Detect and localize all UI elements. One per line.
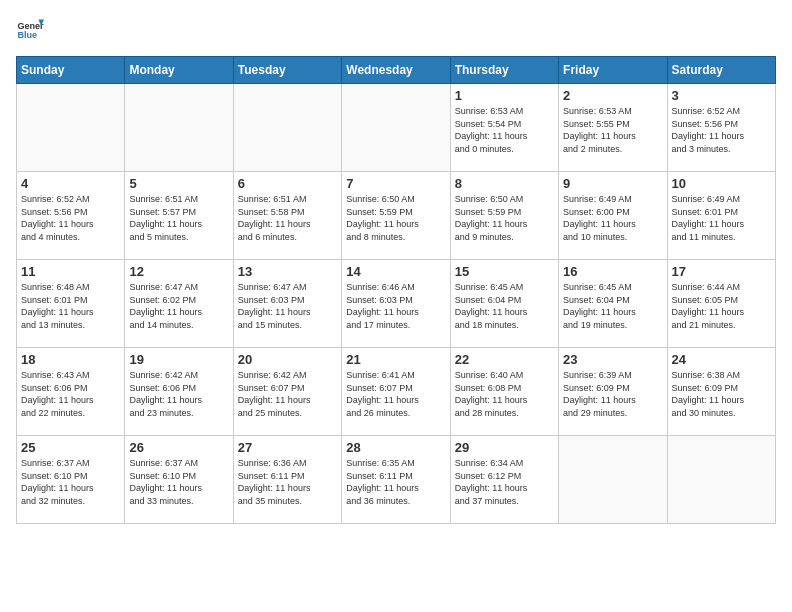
day-info: Sunrise: 6:52 AM Sunset: 5:56 PM Dayligh…	[672, 105, 771, 155]
day-info: Sunrise: 6:49 AM Sunset: 6:01 PM Dayligh…	[672, 193, 771, 243]
calendar-cell: 11Sunrise: 6:48 AM Sunset: 6:01 PM Dayli…	[17, 260, 125, 348]
calendar-cell: 24Sunrise: 6:38 AM Sunset: 6:09 PM Dayli…	[667, 348, 775, 436]
calendar-header: SundayMondayTuesdayWednesdayThursdayFrid…	[17, 57, 776, 84]
day-number: 8	[455, 176, 554, 191]
calendar-cell: 7Sunrise: 6:50 AM Sunset: 5:59 PM Daylig…	[342, 172, 450, 260]
weekday-header: Monday	[125, 57, 233, 84]
calendar-cell: 27Sunrise: 6:36 AM Sunset: 6:11 PM Dayli…	[233, 436, 341, 524]
day-info: Sunrise: 6:51 AM Sunset: 5:58 PM Dayligh…	[238, 193, 337, 243]
calendar-cell: 6Sunrise: 6:51 AM Sunset: 5:58 PM Daylig…	[233, 172, 341, 260]
day-number: 7	[346, 176, 445, 191]
logo-icon: General Blue	[16, 16, 44, 44]
day-info: Sunrise: 6:36 AM Sunset: 6:11 PM Dayligh…	[238, 457, 337, 507]
day-number: 20	[238, 352, 337, 367]
calendar-cell: 19Sunrise: 6:42 AM Sunset: 6:06 PM Dayli…	[125, 348, 233, 436]
weekday-header: Wednesday	[342, 57, 450, 84]
day-number: 10	[672, 176, 771, 191]
calendar-cell: 23Sunrise: 6:39 AM Sunset: 6:09 PM Dayli…	[559, 348, 667, 436]
day-number: 2	[563, 88, 662, 103]
day-number: 28	[346, 440, 445, 455]
calendar-cell: 9Sunrise: 6:49 AM Sunset: 6:00 PM Daylig…	[559, 172, 667, 260]
calendar-week-row: 4Sunrise: 6:52 AM Sunset: 5:56 PM Daylig…	[17, 172, 776, 260]
calendar-cell: 4Sunrise: 6:52 AM Sunset: 5:56 PM Daylig…	[17, 172, 125, 260]
day-number: 16	[563, 264, 662, 279]
calendar-cell	[667, 436, 775, 524]
day-info: Sunrise: 6:50 AM Sunset: 5:59 PM Dayligh…	[346, 193, 445, 243]
calendar-cell: 29Sunrise: 6:34 AM Sunset: 6:12 PM Dayli…	[450, 436, 558, 524]
calendar-cell	[559, 436, 667, 524]
calendar-cell: 1Sunrise: 6:53 AM Sunset: 5:54 PM Daylig…	[450, 84, 558, 172]
day-number: 25	[21, 440, 120, 455]
day-number: 26	[129, 440, 228, 455]
day-info: Sunrise: 6:48 AM Sunset: 6:01 PM Dayligh…	[21, 281, 120, 331]
calendar-cell: 2Sunrise: 6:53 AM Sunset: 5:55 PM Daylig…	[559, 84, 667, 172]
day-info: Sunrise: 6:51 AM Sunset: 5:57 PM Dayligh…	[129, 193, 228, 243]
page-header: General Blue	[16, 16, 776, 48]
day-info: Sunrise: 6:53 AM Sunset: 5:54 PM Dayligh…	[455, 105, 554, 155]
calendar-cell	[342, 84, 450, 172]
day-info: Sunrise: 6:43 AM Sunset: 6:06 PM Dayligh…	[21, 369, 120, 419]
calendar-cell: 26Sunrise: 6:37 AM Sunset: 6:10 PM Dayli…	[125, 436, 233, 524]
calendar-cell: 25Sunrise: 6:37 AM Sunset: 6:10 PM Dayli…	[17, 436, 125, 524]
day-info: Sunrise: 6:42 AM Sunset: 6:06 PM Dayligh…	[129, 369, 228, 419]
day-info: Sunrise: 6:47 AM Sunset: 6:03 PM Dayligh…	[238, 281, 337, 331]
logo: General Blue	[16, 16, 44, 48]
calendar-cell: 10Sunrise: 6:49 AM Sunset: 6:01 PM Dayli…	[667, 172, 775, 260]
calendar-cell: 14Sunrise: 6:46 AM Sunset: 6:03 PM Dayli…	[342, 260, 450, 348]
calendar-cell: 8Sunrise: 6:50 AM Sunset: 5:59 PM Daylig…	[450, 172, 558, 260]
calendar-cell: 21Sunrise: 6:41 AM Sunset: 6:07 PM Dayli…	[342, 348, 450, 436]
calendar-cell: 13Sunrise: 6:47 AM Sunset: 6:03 PM Dayli…	[233, 260, 341, 348]
day-info: Sunrise: 6:42 AM Sunset: 6:07 PM Dayligh…	[238, 369, 337, 419]
day-number: 11	[21, 264, 120, 279]
day-info: Sunrise: 6:45 AM Sunset: 6:04 PM Dayligh…	[563, 281, 662, 331]
weekday-header: Friday	[559, 57, 667, 84]
day-number: 6	[238, 176, 337, 191]
calendar-week-row: 1Sunrise: 6:53 AM Sunset: 5:54 PM Daylig…	[17, 84, 776, 172]
weekday-row: SundayMondayTuesdayWednesdayThursdayFrid…	[17, 57, 776, 84]
calendar-cell: 16Sunrise: 6:45 AM Sunset: 6:04 PM Dayli…	[559, 260, 667, 348]
day-info: Sunrise: 6:52 AM Sunset: 5:56 PM Dayligh…	[21, 193, 120, 243]
calendar-cell: 5Sunrise: 6:51 AM Sunset: 5:57 PM Daylig…	[125, 172, 233, 260]
calendar-cell: 20Sunrise: 6:42 AM Sunset: 6:07 PM Dayli…	[233, 348, 341, 436]
day-info: Sunrise: 6:50 AM Sunset: 5:59 PM Dayligh…	[455, 193, 554, 243]
calendar-cell: 15Sunrise: 6:45 AM Sunset: 6:04 PM Dayli…	[450, 260, 558, 348]
calendar-cell: 18Sunrise: 6:43 AM Sunset: 6:06 PM Dayli…	[17, 348, 125, 436]
calendar-body: 1Sunrise: 6:53 AM Sunset: 5:54 PM Daylig…	[17, 84, 776, 524]
day-number: 17	[672, 264, 771, 279]
day-info: Sunrise: 6:38 AM Sunset: 6:09 PM Dayligh…	[672, 369, 771, 419]
day-number: 22	[455, 352, 554, 367]
calendar-cell: 12Sunrise: 6:47 AM Sunset: 6:02 PM Dayli…	[125, 260, 233, 348]
calendar-cell	[233, 84, 341, 172]
svg-text:Blue: Blue	[17, 30, 37, 40]
weekday-header: Thursday	[450, 57, 558, 84]
weekday-header: Sunday	[17, 57, 125, 84]
day-number: 18	[21, 352, 120, 367]
calendar-cell: 3Sunrise: 6:52 AM Sunset: 5:56 PM Daylig…	[667, 84, 775, 172]
day-info: Sunrise: 6:44 AM Sunset: 6:05 PM Dayligh…	[672, 281, 771, 331]
day-number: 5	[129, 176, 228, 191]
day-info: Sunrise: 6:46 AM Sunset: 6:03 PM Dayligh…	[346, 281, 445, 331]
calendar-week-row: 18Sunrise: 6:43 AM Sunset: 6:06 PM Dayli…	[17, 348, 776, 436]
day-info: Sunrise: 6:40 AM Sunset: 6:08 PM Dayligh…	[455, 369, 554, 419]
day-number: 21	[346, 352, 445, 367]
day-number: 9	[563, 176, 662, 191]
day-info: Sunrise: 6:47 AM Sunset: 6:02 PM Dayligh…	[129, 281, 228, 331]
calendar-table: SundayMondayTuesdayWednesdayThursdayFrid…	[16, 56, 776, 524]
day-info: Sunrise: 6:41 AM Sunset: 6:07 PM Dayligh…	[346, 369, 445, 419]
calendar-cell	[17, 84, 125, 172]
day-number: 13	[238, 264, 337, 279]
day-number: 19	[129, 352, 228, 367]
day-number: 23	[563, 352, 662, 367]
day-info: Sunrise: 6:37 AM Sunset: 6:10 PM Dayligh…	[129, 457, 228, 507]
weekday-header: Tuesday	[233, 57, 341, 84]
day-info: Sunrise: 6:37 AM Sunset: 6:10 PM Dayligh…	[21, 457, 120, 507]
calendar-cell	[125, 84, 233, 172]
day-number: 12	[129, 264, 228, 279]
calendar-week-row: 25Sunrise: 6:37 AM Sunset: 6:10 PM Dayli…	[17, 436, 776, 524]
day-number: 14	[346, 264, 445, 279]
day-info: Sunrise: 6:45 AM Sunset: 6:04 PM Dayligh…	[455, 281, 554, 331]
day-info: Sunrise: 6:53 AM Sunset: 5:55 PM Dayligh…	[563, 105, 662, 155]
day-info: Sunrise: 6:35 AM Sunset: 6:11 PM Dayligh…	[346, 457, 445, 507]
day-number: 3	[672, 88, 771, 103]
day-info: Sunrise: 6:39 AM Sunset: 6:09 PM Dayligh…	[563, 369, 662, 419]
